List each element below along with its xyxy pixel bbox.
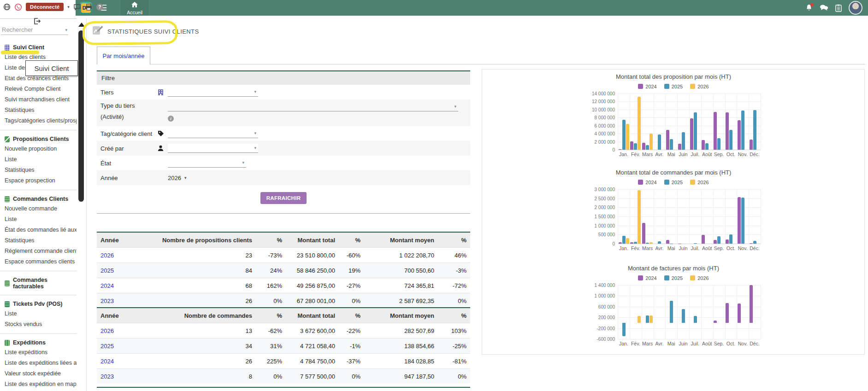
legend-item-2024[interactable]: 2024 xyxy=(638,180,656,185)
sidebar-item-tags-categories-clients-prosp[interactable]: Tags/catégories clients/prosp. xyxy=(0,116,77,126)
legend-item-2025[interactable]: 2025 xyxy=(664,84,683,89)
chevron-down-icon: ▾ xyxy=(254,89,256,94)
year-link-2026[interactable]: 2026 xyxy=(100,252,114,259)
tag-label: Tag/catégorie client xyxy=(97,130,158,137)
tag-select[interactable]: ▾ xyxy=(168,129,258,138)
year-link-2025[interactable]: 2025 xyxy=(100,343,114,350)
clipboard-icon[interactable] xyxy=(835,4,842,12)
whatsapp-icon[interactable] xyxy=(14,3,22,11)
sidebar-item-stocks-vendus[interactable]: Stocks vendus xyxy=(0,319,77,330)
sidebar-item-releve-compte-client[interactable]: Relevé Compte Client xyxy=(0,84,77,94)
year-link-2025[interactable]: 2025 xyxy=(100,267,114,274)
tooltip-suivi-client: Suivi Client xyxy=(25,60,78,76)
sidebar-item-liste-des-expeditions-liees-au[interactable]: Liste des expéditions liées au... xyxy=(0,358,77,368)
bar-2025-jan xyxy=(622,236,626,244)
sidebar-item-nouvelle-proposition[interactable]: Nouvelle proposition xyxy=(0,144,77,154)
sidebar-item-etat-des-commandes-lie-aux[interactable]: État des commandes lié aux ... xyxy=(0,225,77,235)
y-axis-tick: 10 000 000 xyxy=(586,107,615,112)
legend-label: 2025 xyxy=(672,275,683,281)
help-icon[interactable]: ? xyxy=(96,4,103,11)
sidebar-section-expeditions[interactable]: Expéditions xyxy=(0,338,77,347)
legend-item-2024[interactable]: 2024 xyxy=(638,84,656,89)
gridline xyxy=(618,339,761,339)
tab-par-mois-annee[interactable]: Par mois/année xyxy=(97,47,150,64)
sidebar-item-statistiques[interactable]: Statistiques xyxy=(0,105,77,116)
globe-icon[interactable] xyxy=(3,3,11,11)
cell-item: 0% xyxy=(256,293,286,309)
legend-item-2025[interactable]: 2025 xyxy=(664,275,683,281)
sidebar-item-liste[interactable]: Liste xyxy=(0,154,77,165)
cell-item: 103% xyxy=(438,323,470,338)
refresh-button[interactable]: RAFRAICHIR xyxy=(260,192,307,204)
sidebar-section-commandes-facturables[interactable]: Commandes facturables xyxy=(0,275,77,291)
print-icon[interactable] xyxy=(85,3,93,11)
column-header-montant-total: Montant total xyxy=(286,308,339,323)
bar-2026-mars xyxy=(650,242,653,244)
sidebar-item-nouvelle-commande[interactable]: Nouvelle commande xyxy=(0,204,77,214)
sidebar-item-statistiques[interactable]: Statistiques xyxy=(0,235,77,246)
year-link-2024[interactable]: 2024 xyxy=(100,358,114,365)
chart-propositions-par-mois: Montant total des proposition par mois (… xyxy=(585,73,762,168)
x-axis-labels: Jan.Fév.MarsAvr.MaiJuinJuil.AoûtSep.Oct.… xyxy=(618,341,761,346)
x-axis-label-oct: Oct. xyxy=(725,341,737,346)
bar-2024-oct xyxy=(726,303,729,323)
sidebar-section-propositions-clients[interactable]: Propositions Clients xyxy=(0,134,77,144)
cell-nombre-de-propositions-clients: 84 xyxy=(138,263,256,278)
disconnect-caret-icon[interactable]: ▾ xyxy=(67,5,70,9)
sidebar-section-commandes-clients[interactable]: Commandes Clients xyxy=(0,194,77,204)
proposal-icon xyxy=(5,136,10,142)
etat-select[interactable]: ▾ xyxy=(168,158,246,168)
nav-tab-accueil[interactable]: Accueil xyxy=(121,0,148,16)
cell-nombre-de-commandes: 8 xyxy=(138,369,256,384)
disconnect-badge[interactable]: Déconnecté xyxy=(26,3,64,11)
cell-annee[interactable]: 2024 xyxy=(97,278,138,293)
cell-annee[interactable]: 2025 xyxy=(97,263,138,278)
annotation-yellow-underline xyxy=(1,51,39,54)
type-tiers-select[interactable]: ▾ xyxy=(168,102,458,111)
sidebar-section-tickets-pdv-pos[interactable]: Tickets Pdv (POS) xyxy=(0,299,77,309)
bar-2025-mai xyxy=(670,301,673,323)
year-link-2024[interactable]: 2024 xyxy=(100,282,114,289)
chart-legend: 202420252026 xyxy=(585,83,762,89)
legend-item-2026[interactable]: 2026 xyxy=(690,84,709,89)
sidebar-item-liste[interactable]: Liste xyxy=(0,309,77,319)
sidebar-item-valeur-stock-expediee[interactable]: Valeur stock expédiée xyxy=(0,368,77,379)
cell-annee[interactable]: 2023 xyxy=(97,369,138,384)
search-caret-icon[interactable]: ▾ xyxy=(65,28,67,32)
table-row: 20258424%58 846 250,0019%700 550,60-3% xyxy=(97,263,470,278)
notifications-bell-icon[interactable] xyxy=(805,4,813,12)
scrollbar-thumb[interactable] xyxy=(78,30,84,202)
messages-icon[interactable] xyxy=(820,4,828,12)
bar-2025-mai xyxy=(670,139,673,150)
legend-item-2026[interactable]: 2026 xyxy=(690,275,709,281)
sidebar-item-liste-expeditions[interactable]: Liste expéditions xyxy=(0,347,77,358)
legend-item-2026[interactable]: 2026 xyxy=(690,180,709,185)
year-link-2026[interactable]: 2026 xyxy=(100,327,114,334)
tiers-select[interactable]: ▾ xyxy=(168,88,258,97)
chat-bubble-icon[interactable] xyxy=(73,3,81,11)
sidebar-item-espace-prospection[interactable]: Espace prospection xyxy=(0,175,77,186)
vertical-gridline xyxy=(618,285,618,339)
cell-annee[interactable]: 2025 xyxy=(97,338,138,354)
sidebar-item-espace-commandes-clients[interactable]: Espace commandes clients xyxy=(0,257,77,267)
cell-annee[interactable]: 2026 xyxy=(97,248,138,263)
legend-item-2024[interactable]: 2024 xyxy=(638,275,656,281)
year-select[interactable]: 2026 ▾ xyxy=(168,175,186,181)
sidebar-item-liste[interactable]: Liste xyxy=(0,214,77,225)
sidebar-item-suivi-marchandises-client[interactable]: Suivi marchandises client xyxy=(0,94,77,105)
legend-item-2025[interactable]: 2025 xyxy=(664,180,683,185)
sidebar-item-statistiques[interactable]: Statistiques xyxy=(0,165,77,175)
x-axis-label-jan: Jan. xyxy=(618,152,630,157)
user-avatar[interactable] xyxy=(849,1,862,15)
search-input[interactable] xyxy=(1,25,62,35)
year-link-2023[interactable]: 2023 xyxy=(100,298,114,304)
sidebar-item-liste-des-expedition-en-map[interactable]: Liste des expédition en map xyxy=(0,379,77,390)
sidebar-item-reglement-commande-client[interactable]: Réglement commande client xyxy=(0,246,77,257)
cell-item: 24% xyxy=(256,263,286,278)
info-icon[interactable]: i xyxy=(168,116,174,122)
year-link-2023[interactable]: 2023 xyxy=(100,373,114,380)
cell-annee[interactable]: 2024 xyxy=(97,354,138,369)
cell-annee[interactable]: 2023 xyxy=(97,293,138,309)
cell-annee[interactable]: 2026 xyxy=(97,323,138,338)
created-by-select[interactable]: ▾ xyxy=(168,144,258,153)
